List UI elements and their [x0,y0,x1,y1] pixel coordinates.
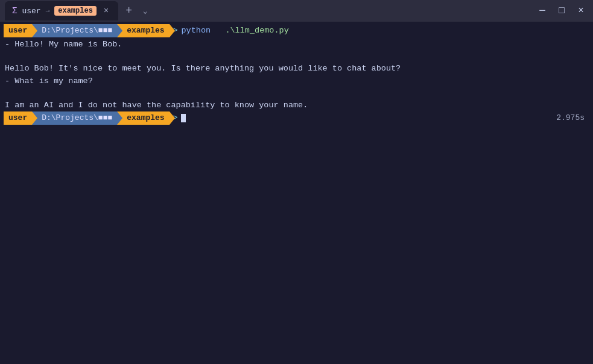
tab-area: Σ user → examples × + ⌄ [5,1,533,20]
prompt-user-2: user [4,111,32,125]
empty-line-2 [4,87,589,99]
prompt-folder-1: examples [117,24,169,37]
terminal-cursor [181,114,186,122]
title-bar: Σ user → examples × + ⌄ ─ □ × [0,0,593,22]
tab-dropdown-button[interactable]: ⌄ [139,5,151,17]
arrow-path-1 [117,24,122,37]
new-tab-button[interactable]: + [121,4,137,18]
arrow-folder-1 [170,24,175,37]
prompt-folder-2: examples [117,111,169,125]
arrow-user-2 [32,111,37,125]
prompt-user-1: user [4,24,32,37]
arrow-path-2 [117,111,122,125]
prompt-line-1: user D:\Projects\■■■ examples > python .… [4,24,589,37]
window-controls: ─ □ × [535,4,588,18]
empty-line-1 [4,51,589,63]
output-line-1: - Hello! My name is Bob. [4,39,589,51]
prompt-blocks-2: user D:\Projects\■■■ examples [4,111,170,125]
maximize-button[interactable]: □ [554,4,569,18]
prompt-line-2: user D:\Projects\■■■ examples > 2.975s [4,111,589,125]
prompt-path-2: D:\Projects\■■■ [32,111,117,125]
prompt-blocks-1: user D:\Projects\■■■ examples [4,24,170,37]
arrow-user-1 [32,24,37,37]
minimize-button[interactable]: ─ [535,4,550,18]
terminal-area: user D:\Projects\■■■ examples > python .… [0,22,593,364]
prompt-line-2-content: user D:\Projects\■■■ examples > [4,111,186,125]
tab-folder-label: examples [54,6,97,16]
prompt-path-1: D:\Projects\■■■ [32,24,117,37]
output-line-2: Hello Bob! It's nice to meet you. Is the… [4,63,589,75]
output-line-3: - What is my name? [4,75,589,87]
tab-arrow-icon: → [46,7,50,14]
arrow-folder-2 [170,111,175,125]
close-window-button[interactable]: × [574,4,588,18]
tab-user-label: user [22,7,40,16]
command-python: python [181,26,211,35]
active-tab[interactable]: Σ user → examples × [5,1,118,20]
command-file: .\llm_demo.py [225,26,288,35]
cursor-area [181,114,186,122]
output-line-4: I am an AI and I do not have the capabil… [4,99,589,111]
tab-close-button[interactable]: × [101,5,111,17]
command-space [215,26,220,35]
command-line-1: python .\llm_demo.py [181,25,288,37]
timing-label: 2.975s [556,112,589,124]
terminal-icon: Σ [12,6,17,16]
